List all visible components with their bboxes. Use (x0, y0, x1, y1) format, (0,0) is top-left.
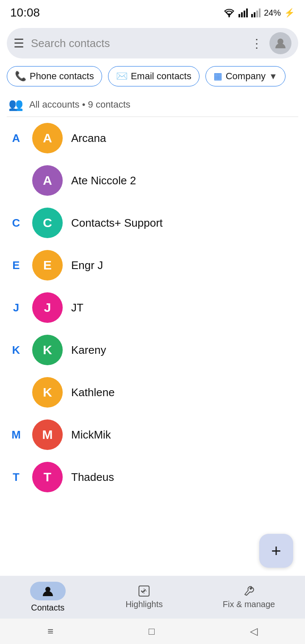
svg-rect-5 (251, 14, 253, 17)
sys-back-button[interactable]: ◁ (250, 625, 258, 637)
accounts-icon: 👥 (8, 97, 23, 111)
sys-home-button[interactable]: □ (149, 625, 155, 637)
avatar-icon (274, 36, 287, 50)
contact-avatar: C (32, 208, 63, 238)
section-letter: C (8, 217, 24, 230)
email-contacts-chip[interactable]: ✉️ Email contacts (108, 66, 200, 86)
contact-list: AAArcanaAAte Niccole 2CCContacts+ Suppor… (0, 117, 305, 498)
contact-row[interactable]: JJJT (0, 286, 305, 329)
contact-avatar: K (32, 335, 63, 365)
search-bar[interactable]: ☰ Search contacts ⋮ (7, 28, 298, 58)
avatar-button[interactable] (269, 32, 291, 54)
contact-row[interactable]: AAArcana (0, 117, 305, 159)
section-letter: J (8, 301, 24, 314)
add-contact-fab[interactable]: + (259, 534, 293, 568)
account-text: All accounts • 9 contacts (29, 99, 130, 110)
status-time: 10:08 (10, 6, 40, 19)
contact-name: Kareny (71, 344, 106, 357)
company-icon: ▦ (214, 71, 222, 82)
svg-rect-7 (256, 11, 258, 17)
contact-name: Thadeus (71, 471, 114, 484)
contact-name: MickMik (71, 428, 111, 441)
contact-avatar: E (32, 250, 63, 280)
phone-contacts-chip[interactable]: 📞 Phone contacts (7, 66, 102, 86)
svg-rect-3 (244, 11, 245, 17)
contact-avatar: A (32, 123, 63, 153)
svg-point-0 (228, 16, 230, 17)
phone-contacts-label: Phone contacts (30, 71, 94, 82)
contact-row[interactable]: MMMickMik (0, 414, 305, 456)
search-placeholder: Search contacts (31, 37, 244, 50)
fix-manage-nav-label: Fix & manage (223, 600, 275, 609)
section-letter: T (8, 471, 24, 484)
svg-rect-6 (254, 12, 255, 17)
bottom-nav: Contacts Highlights Fix & manage (0, 576, 305, 619)
company-label: Company (226, 71, 266, 82)
nav-fix-manage[interactable]: Fix & manage (223, 585, 275, 609)
svg-rect-4 (246, 8, 248, 17)
contact-name: Ate Niccole 2 (71, 174, 136, 187)
contact-row[interactable]: KKKareny (0, 329, 305, 371)
battery-icon: ⚡ (284, 8, 295, 18)
chevron-down-icon: ▼ (269, 72, 277, 81)
section-letter: E (8, 259, 24, 272)
email-icon: ✉️ (116, 71, 128, 82)
contact-avatar: J (32, 292, 63, 323)
battery-text: 24% (264, 8, 281, 18)
phone-icon: 📞 (15, 71, 26, 82)
svg-rect-2 (241, 12, 243, 17)
contact-name: Engr J (71, 259, 103, 272)
signal-icon (238, 8, 248, 17)
sys-menu-button[interactable]: ≡ (47, 625, 53, 637)
contact-avatar: K (32, 377, 63, 408)
svg-rect-8 (259, 8, 261, 17)
fix-manage-nav-icon (243, 585, 255, 597)
svg-point-12 (143, 590, 145, 592)
status-bar: 10:08 24% ⚡ (0, 0, 305, 24)
contact-avatar: A (32, 165, 63, 196)
contacts-nav-icon (42, 585, 54, 597)
company-chip[interactable]: ▦ Company ▼ (205, 66, 286, 86)
email-contacts-label: Email contacts (131, 71, 191, 82)
contact-avatar: T (32, 462, 63, 492)
contacts-icon-bg (30, 582, 66, 600)
filter-chips: 📞 Phone contacts ✉️ Email contacts ▦ Com… (0, 64, 305, 91)
contacts-nav-label: Contacts (31, 603, 64, 613)
contact-name: Arcana (71, 132, 106, 145)
section-letter: A (8, 132, 24, 145)
wifi-icon (223, 8, 235, 17)
system-nav: ≡ □ ◁ (0, 619, 305, 644)
nav-contacts[interactable]: Contacts (30, 582, 66, 613)
contact-row[interactable]: AAte Niccole 2 (0, 159, 305, 202)
status-icons: 24% ⚡ (223, 8, 295, 18)
highlights-nav-label: Highlights (125, 600, 163, 609)
contact-name: Contacts+ Support (71, 217, 163, 230)
plus-icon: + (271, 541, 281, 561)
more-icon[interactable]: ⋮ (251, 36, 263, 50)
contact-row[interactable]: TTThadeus (0, 456, 305, 498)
section-letter: K (8, 344, 24, 357)
signal2-icon (251, 8, 261, 17)
contact-avatar: M (32, 419, 63, 450)
contact-name: Kathlene (71, 386, 115, 399)
highlights-nav-icon (138, 585, 150, 597)
account-info: 👥 All accounts • 9 contacts (0, 91, 305, 117)
svg-rect-1 (238, 14, 240, 17)
menu-icon[interactable]: ☰ (14, 36, 24, 50)
contact-name: JT (71, 301, 83, 314)
contact-row[interactable]: KKathlene (0, 371, 305, 414)
nav-highlights[interactable]: Highlights (125, 585, 163, 609)
contact-row[interactable]: EEEngr J (0, 244, 305, 286)
contact-row[interactable]: CCContacts+ Support (0, 202, 305, 244)
section-letter: M (8, 428, 24, 441)
